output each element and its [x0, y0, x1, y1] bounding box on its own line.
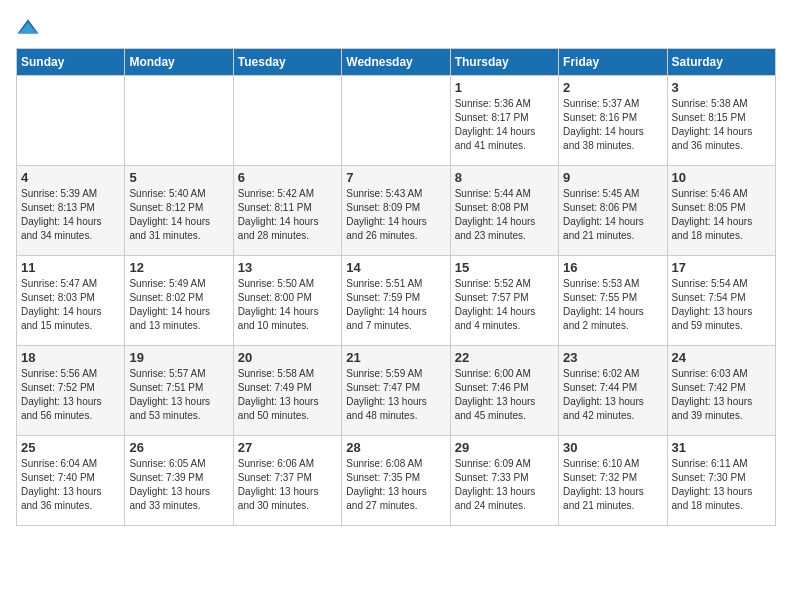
day-number: 14 — [346, 260, 445, 275]
calendar-table: SundayMondayTuesdayWednesdayThursdayFrid… — [16, 48, 776, 526]
day-cell: 11Sunrise: 5:47 AMSunset: 8:03 PMDayligh… — [17, 256, 125, 346]
day-info: Sunrise: 6:05 AMSunset: 7:39 PMDaylight:… — [129, 457, 228, 513]
day-number: 8 — [455, 170, 554, 185]
day-info: Sunrise: 6:06 AMSunset: 7:37 PMDaylight:… — [238, 457, 337, 513]
day-cell: 22Sunrise: 6:00 AMSunset: 7:46 PMDayligh… — [450, 346, 558, 436]
day-cell: 26Sunrise: 6:05 AMSunset: 7:39 PMDayligh… — [125, 436, 233, 526]
day-info: Sunrise: 6:02 AMSunset: 7:44 PMDaylight:… — [563, 367, 662, 423]
day-cell: 24Sunrise: 6:03 AMSunset: 7:42 PMDayligh… — [667, 346, 775, 436]
day-info: Sunrise: 6:03 AMSunset: 7:42 PMDaylight:… — [672, 367, 771, 423]
day-cell: 16Sunrise: 5:53 AMSunset: 7:55 PMDayligh… — [559, 256, 667, 346]
day-cell — [17, 76, 125, 166]
day-info: Sunrise: 6:00 AMSunset: 7:46 PMDaylight:… — [455, 367, 554, 423]
day-cell — [233, 76, 341, 166]
day-info: Sunrise: 5:57 AMSunset: 7:51 PMDaylight:… — [129, 367, 228, 423]
day-number: 1 — [455, 80, 554, 95]
day-number: 13 — [238, 260, 337, 275]
day-number: 28 — [346, 440, 445, 455]
day-info: Sunrise: 5:46 AMSunset: 8:05 PMDaylight:… — [672, 187, 771, 243]
day-number: 4 — [21, 170, 120, 185]
day-cell: 27Sunrise: 6:06 AMSunset: 7:37 PMDayligh… — [233, 436, 341, 526]
day-info: Sunrise: 5:42 AMSunset: 8:11 PMDaylight:… — [238, 187, 337, 243]
day-cell: 31Sunrise: 6:11 AMSunset: 7:30 PMDayligh… — [667, 436, 775, 526]
day-number: 24 — [672, 350, 771, 365]
day-cell: 7Sunrise: 5:43 AMSunset: 8:09 PMDaylight… — [342, 166, 450, 256]
day-number: 6 — [238, 170, 337, 185]
day-cell: 14Sunrise: 5:51 AMSunset: 7:59 PMDayligh… — [342, 256, 450, 346]
day-number: 21 — [346, 350, 445, 365]
day-info: Sunrise: 6:10 AMSunset: 7:32 PMDaylight:… — [563, 457, 662, 513]
calendar-header-row: SundayMondayTuesdayWednesdayThursdayFrid… — [17, 49, 776, 76]
day-info: Sunrise: 5:51 AMSunset: 7:59 PMDaylight:… — [346, 277, 445, 333]
day-info: Sunrise: 5:37 AMSunset: 8:16 PMDaylight:… — [563, 97, 662, 153]
day-cell — [342, 76, 450, 166]
day-info: Sunrise: 5:47 AMSunset: 8:03 PMDaylight:… — [21, 277, 120, 333]
day-cell: 30Sunrise: 6:10 AMSunset: 7:32 PMDayligh… — [559, 436, 667, 526]
day-info: Sunrise: 5:58 AMSunset: 7:49 PMDaylight:… — [238, 367, 337, 423]
weekday-header-friday: Friday — [559, 49, 667, 76]
day-cell: 8Sunrise: 5:44 AMSunset: 8:08 PMDaylight… — [450, 166, 558, 256]
day-number: 29 — [455, 440, 554, 455]
day-info: Sunrise: 5:50 AMSunset: 8:00 PMDaylight:… — [238, 277, 337, 333]
weekday-header-sunday: Sunday — [17, 49, 125, 76]
weekday-header-saturday: Saturday — [667, 49, 775, 76]
day-cell: 23Sunrise: 6:02 AMSunset: 7:44 PMDayligh… — [559, 346, 667, 436]
day-cell: 18Sunrise: 5:56 AMSunset: 7:52 PMDayligh… — [17, 346, 125, 436]
week-row-1: 1Sunrise: 5:36 AMSunset: 8:17 PMDaylight… — [17, 76, 776, 166]
day-number: 30 — [563, 440, 662, 455]
day-cell: 3Sunrise: 5:38 AMSunset: 8:15 PMDaylight… — [667, 76, 775, 166]
weekday-header-tuesday: Tuesday — [233, 49, 341, 76]
day-cell: 4Sunrise: 5:39 AMSunset: 8:13 PMDaylight… — [17, 166, 125, 256]
day-number: 27 — [238, 440, 337, 455]
day-number: 25 — [21, 440, 120, 455]
day-info: Sunrise: 5:36 AMSunset: 8:17 PMDaylight:… — [455, 97, 554, 153]
day-number: 3 — [672, 80, 771, 95]
day-cell: 28Sunrise: 6:08 AMSunset: 7:35 PMDayligh… — [342, 436, 450, 526]
day-info: Sunrise: 5:40 AMSunset: 8:12 PMDaylight:… — [129, 187, 228, 243]
day-info: Sunrise: 6:11 AMSunset: 7:30 PMDaylight:… — [672, 457, 771, 513]
day-cell: 6Sunrise: 5:42 AMSunset: 8:11 PMDaylight… — [233, 166, 341, 256]
day-info: Sunrise: 5:59 AMSunset: 7:47 PMDaylight:… — [346, 367, 445, 423]
day-number: 7 — [346, 170, 445, 185]
logo-icon — [16, 16, 40, 40]
day-cell: 29Sunrise: 6:09 AMSunset: 7:33 PMDayligh… — [450, 436, 558, 526]
day-info: Sunrise: 5:54 AMSunset: 7:54 PMDaylight:… — [672, 277, 771, 333]
weekday-header-monday: Monday — [125, 49, 233, 76]
day-info: Sunrise: 5:39 AMSunset: 8:13 PMDaylight:… — [21, 187, 120, 243]
day-number: 22 — [455, 350, 554, 365]
day-number: 18 — [21, 350, 120, 365]
day-number: 15 — [455, 260, 554, 275]
day-cell: 13Sunrise: 5:50 AMSunset: 8:00 PMDayligh… — [233, 256, 341, 346]
day-number: 31 — [672, 440, 771, 455]
day-number: 26 — [129, 440, 228, 455]
day-number: 2 — [563, 80, 662, 95]
week-row-3: 11Sunrise: 5:47 AMSunset: 8:03 PMDayligh… — [17, 256, 776, 346]
day-info: Sunrise: 5:49 AMSunset: 8:02 PMDaylight:… — [129, 277, 228, 333]
day-info: Sunrise: 6:08 AMSunset: 7:35 PMDaylight:… — [346, 457, 445, 513]
day-info: Sunrise: 5:52 AMSunset: 7:57 PMDaylight:… — [455, 277, 554, 333]
week-row-2: 4Sunrise: 5:39 AMSunset: 8:13 PMDaylight… — [17, 166, 776, 256]
page-header — [16, 16, 776, 40]
day-number: 23 — [563, 350, 662, 365]
day-info: Sunrise: 5:43 AMSunset: 8:09 PMDaylight:… — [346, 187, 445, 243]
day-number: 5 — [129, 170, 228, 185]
weekday-header-wednesday: Wednesday — [342, 49, 450, 76]
day-cell: 10Sunrise: 5:46 AMSunset: 8:05 PMDayligh… — [667, 166, 775, 256]
day-cell: 5Sunrise: 5:40 AMSunset: 8:12 PMDaylight… — [125, 166, 233, 256]
weekday-header-thursday: Thursday — [450, 49, 558, 76]
day-cell: 21Sunrise: 5:59 AMSunset: 7:47 PMDayligh… — [342, 346, 450, 436]
day-info: Sunrise: 5:53 AMSunset: 7:55 PMDaylight:… — [563, 277, 662, 333]
day-info: Sunrise: 5:44 AMSunset: 8:08 PMDaylight:… — [455, 187, 554, 243]
day-number: 17 — [672, 260, 771, 275]
day-number: 16 — [563, 260, 662, 275]
logo — [16, 16, 44, 40]
day-number: 11 — [21, 260, 120, 275]
day-cell: 2Sunrise: 5:37 AMSunset: 8:16 PMDaylight… — [559, 76, 667, 166]
day-number: 12 — [129, 260, 228, 275]
day-cell: 15Sunrise: 5:52 AMSunset: 7:57 PMDayligh… — [450, 256, 558, 346]
day-cell: 17Sunrise: 5:54 AMSunset: 7:54 PMDayligh… — [667, 256, 775, 346]
day-cell: 9Sunrise: 5:45 AMSunset: 8:06 PMDaylight… — [559, 166, 667, 256]
day-cell: 25Sunrise: 6:04 AMSunset: 7:40 PMDayligh… — [17, 436, 125, 526]
week-row-5: 25Sunrise: 6:04 AMSunset: 7:40 PMDayligh… — [17, 436, 776, 526]
day-info: Sunrise: 6:09 AMSunset: 7:33 PMDaylight:… — [455, 457, 554, 513]
